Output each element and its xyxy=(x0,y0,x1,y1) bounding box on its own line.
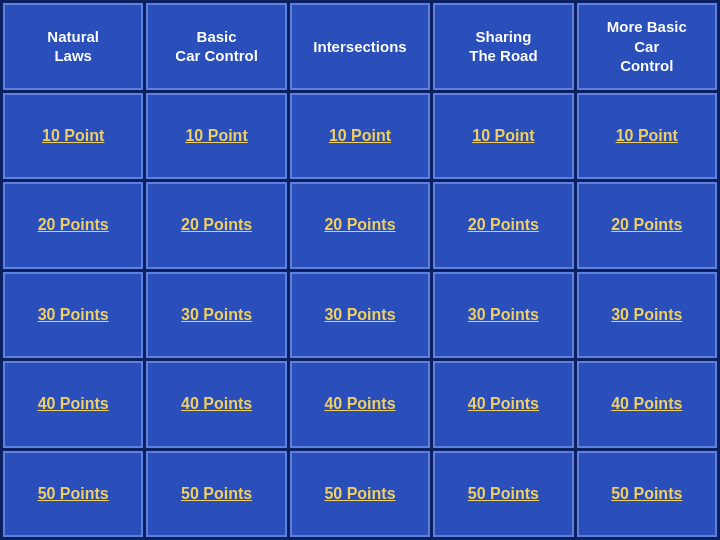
cell-natural-laws-40[interactable]: 40 Points xyxy=(3,361,143,448)
cell-intersections-20[interactable]: 20 Points xyxy=(290,182,430,269)
cell-more-basic-car-control-20[interactable]: 20 Points xyxy=(577,182,717,269)
cell-basic-car-control-20[interactable]: 20 Points xyxy=(146,182,286,269)
cell-more-basic-car-control-50-label: 50 Points xyxy=(611,485,682,503)
cell-sharing-the-road-50[interactable]: 50 Points xyxy=(433,451,573,538)
header-intersections: Intersections xyxy=(290,3,430,90)
cell-sharing-the-road-40[interactable]: 40 Points xyxy=(433,361,573,448)
cell-natural-laws-50-label: 50 Points xyxy=(38,485,109,503)
cell-basic-car-control-10[interactable]: 10 Point xyxy=(146,93,286,180)
header-more-basic-car-control-label: More BasicCarControl xyxy=(607,17,687,76)
cell-basic-car-control-30[interactable]: 30 Points xyxy=(146,272,286,359)
cell-intersections-50[interactable]: 50 Points xyxy=(290,451,430,538)
cell-natural-laws-30-label: 30 Points xyxy=(38,306,109,324)
cell-basic-car-control-20-label: 20 Points xyxy=(181,216,252,234)
cell-intersections-30-label: 30 Points xyxy=(324,306,395,324)
cell-basic-car-control-50-label: 50 Points xyxy=(181,485,252,503)
header-natural-laws: NaturalLaws xyxy=(3,3,143,90)
cell-natural-laws-10-label: 10 Point xyxy=(42,127,104,145)
cell-natural-laws-30[interactable]: 30 Points xyxy=(3,272,143,359)
cell-intersections-10[interactable]: 10 Point xyxy=(290,93,430,180)
cell-more-basic-car-control-30[interactable]: 30 Points xyxy=(577,272,717,359)
header-natural-laws-label: NaturalLaws xyxy=(47,27,99,66)
cell-sharing-the-road-30[interactable]: 30 Points xyxy=(433,272,573,359)
cell-natural-laws-20-label: 20 Points xyxy=(38,216,109,234)
cell-more-basic-car-control-40-label: 40 Points xyxy=(611,395,682,413)
cell-basic-car-control-40-label: 40 Points xyxy=(181,395,252,413)
cell-sharing-the-road-10-label: 10 Point xyxy=(472,127,534,145)
header-sharing-the-road-label: SharingThe Road xyxy=(469,27,537,66)
header-intersections-label: Intersections xyxy=(313,37,406,57)
cell-sharing-the-road-30-label: 30 Points xyxy=(468,306,539,324)
cell-sharing-the-road-20[interactable]: 20 Points xyxy=(433,182,573,269)
cell-sharing-the-road-50-label: 50 Points xyxy=(468,485,539,503)
cell-basic-car-control-10-label: 10 Point xyxy=(185,127,247,145)
cell-intersections-40[interactable]: 40 Points xyxy=(290,361,430,448)
cell-intersections-10-label: 10 Point xyxy=(329,127,391,145)
cell-sharing-the-road-40-label: 40 Points xyxy=(468,395,539,413)
cell-natural-laws-20[interactable]: 20 Points xyxy=(3,182,143,269)
cell-intersections-40-label: 40 Points xyxy=(324,395,395,413)
cell-basic-car-control-40[interactable]: 40 Points xyxy=(146,361,286,448)
cell-basic-car-control-50[interactable]: 50 Points xyxy=(146,451,286,538)
cell-more-basic-car-control-20-label: 20 Points xyxy=(611,216,682,234)
header-basic-car-control: BasicCar Control xyxy=(146,3,286,90)
cell-more-basic-car-control-10[interactable]: 10 Point xyxy=(577,93,717,180)
cell-more-basic-car-control-10-label: 10 Point xyxy=(616,127,678,145)
cell-natural-laws-40-label: 40 Points xyxy=(38,395,109,413)
cell-intersections-50-label: 50 Points xyxy=(324,485,395,503)
header-basic-car-control-label: BasicCar Control xyxy=(175,27,258,66)
cell-more-basic-car-control-40[interactable]: 40 Points xyxy=(577,361,717,448)
cell-sharing-the-road-10[interactable]: 10 Point xyxy=(433,93,573,180)
cell-more-basic-car-control-50[interactable]: 50 Points xyxy=(577,451,717,538)
header-sharing-the-road: SharingThe Road xyxy=(433,3,573,90)
cell-intersections-30[interactable]: 30 Points xyxy=(290,272,430,359)
cell-natural-laws-10[interactable]: 10 Point xyxy=(3,93,143,180)
cell-sharing-the-road-20-label: 20 Points xyxy=(468,216,539,234)
cell-more-basic-car-control-30-label: 30 Points xyxy=(611,306,682,324)
header-more-basic-car-control: More BasicCarControl xyxy=(577,3,717,90)
cell-basic-car-control-30-label: 30 Points xyxy=(181,306,252,324)
cell-intersections-20-label: 20 Points xyxy=(324,216,395,234)
jeopardy-grid: NaturalLaws BasicCar Control Intersectio… xyxy=(0,0,720,540)
cell-natural-laws-50[interactable]: 50 Points xyxy=(3,451,143,538)
